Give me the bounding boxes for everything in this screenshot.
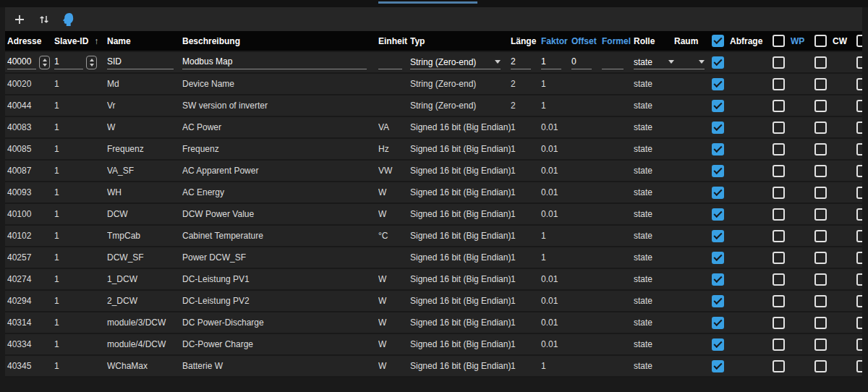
cw2-checkbox[interactable] bbox=[856, 208, 862, 221]
stepper-down-icon[interactable] bbox=[43, 64, 47, 67]
cw2-checkbox[interactable] bbox=[856, 360, 862, 372]
abfrage-checkbox[interactable] bbox=[712, 317, 724, 329]
offset-input[interactable] bbox=[571, 56, 592, 69]
column-header-slaveId[interactable]: Slave-ID↑ bbox=[54, 36, 107, 46]
stepper-up-icon[interactable] bbox=[43, 59, 47, 61]
column-header-formel[interactable]: Formel bbox=[602, 36, 634, 46]
add-row-button[interactable] bbox=[10, 10, 29, 29]
cw2-checkbox[interactable] bbox=[856, 338, 862, 351]
wp-checkbox[interactable] bbox=[773, 187, 785, 199]
abfrage-checkbox[interactable] bbox=[712, 122, 724, 134]
wp-checkbox[interactable] bbox=[773, 100, 785, 112]
cw2-checkbox[interactable] bbox=[856, 187, 862, 199]
raum-select[interactable] bbox=[674, 56, 705, 69]
abfrage-checkbox[interactable] bbox=[712, 56, 724, 69]
wp-checkbox[interactable] bbox=[773, 295, 785, 307]
column-header-wp[interactable]: WP bbox=[773, 35, 814, 47]
column-header-adresse[interactable]: Adresse bbox=[7, 36, 54, 46]
wp-checkbox[interactable] bbox=[773, 360, 785, 372]
cw-checkbox[interactable] bbox=[814, 122, 827, 134]
cw-checkbox[interactable] bbox=[814, 317, 827, 329]
adresse-input[interactable] bbox=[7, 56, 36, 69]
wp-header-checkbox[interactable] bbox=[773, 35, 785, 47]
cw2-checkbox[interactable] bbox=[856, 78, 862, 90]
column-header-faktor[interactable]: Faktor bbox=[541, 36, 571, 46]
cw2-checkbox[interactable] bbox=[856, 56, 862, 69]
adresse-stepper[interactable] bbox=[39, 56, 50, 69]
slaveId-input[interactable] bbox=[54, 56, 83, 69]
abfrage-checkbox[interactable] bbox=[712, 143, 724, 155]
abfrage-checkbox[interactable] bbox=[712, 165, 724, 177]
cw2-checkbox[interactable] bbox=[856, 230, 862, 242]
abfrage-checkbox[interactable] bbox=[712, 295, 724, 307]
wp-checkbox[interactable] bbox=[773, 56, 785, 69]
cw2-checkbox[interactable] bbox=[856, 273, 862, 286]
rolle-select[interactable]: state bbox=[634, 56, 674, 69]
formel-input[interactable] bbox=[602, 56, 624, 69]
cw2-checkbox[interactable] bbox=[856, 100, 862, 112]
wp-checkbox[interactable] bbox=[773, 252, 785, 264]
cw2-checkbox[interactable] bbox=[856, 317, 862, 329]
wp-checkbox[interactable] bbox=[773, 338, 785, 351]
cw-checkbox[interactable] bbox=[814, 100, 827, 112]
column-header-abfrage[interactable]: Abfrage bbox=[712, 35, 773, 47]
name-input[interactable] bbox=[107, 56, 174, 69]
abfrage-checkbox[interactable] bbox=[712, 360, 724, 372]
cw-checkbox[interactable] bbox=[814, 187, 827, 199]
cw2-checkbox[interactable] bbox=[856, 122, 862, 134]
column-header-cw2[interactable] bbox=[856, 35, 862, 47]
abfrage-checkbox[interactable] bbox=[712, 252, 724, 264]
column-header-name[interactable]: Name bbox=[107, 36, 182, 46]
abfrage-header-checkbox[interactable] bbox=[712, 35, 724, 47]
cw-checkbox[interactable] bbox=[814, 295, 827, 307]
column-header-typ[interactable]: Typ bbox=[410, 36, 511, 46]
abfrage-checkbox[interactable] bbox=[712, 78, 724, 90]
stepper-down-icon[interactable] bbox=[90, 64, 94, 67]
slaveId-stepper[interactable] bbox=[86, 56, 97, 69]
wp-checkbox[interactable] bbox=[773, 273, 785, 286]
laenge-input[interactable] bbox=[511, 56, 531, 69]
cw-checkbox[interactable] bbox=[814, 338, 827, 351]
abfrage-checkbox[interactable] bbox=[712, 100, 724, 112]
column-header-cw[interactable]: CW bbox=[814, 35, 856, 47]
cw-checkbox[interactable] bbox=[814, 230, 827, 242]
cw-checkbox[interactable] bbox=[814, 78, 827, 90]
expert-mode-button[interactable] bbox=[59, 10, 78, 29]
column-header-raum[interactable]: Raum bbox=[674, 36, 712, 46]
cw-checkbox[interactable] bbox=[814, 143, 827, 155]
cw-checkbox[interactable] bbox=[814, 252, 827, 264]
cw-checkbox[interactable] bbox=[814, 273, 827, 286]
column-header-einheit[interactable]: Einheit bbox=[378, 36, 410, 46]
cw2-checkbox[interactable] bbox=[856, 252, 862, 264]
cw2-checkbox[interactable] bbox=[856, 143, 862, 155]
abfrage-checkbox[interactable] bbox=[712, 338, 724, 351]
cw2-checkbox[interactable] bbox=[856, 165, 862, 177]
column-header-offset[interactable]: Offset bbox=[571, 36, 602, 46]
cw2-checkbox[interactable] bbox=[856, 295, 862, 307]
cw-checkbox[interactable] bbox=[814, 56, 827, 69]
abfrage-checkbox[interactable] bbox=[712, 273, 724, 286]
sort-button[interactable] bbox=[35, 10, 54, 29]
column-header-rolle[interactable]: Rolle bbox=[634, 36, 674, 46]
abfrage-checkbox[interactable] bbox=[712, 208, 724, 221]
wp-checkbox[interactable] bbox=[773, 122, 785, 134]
cw-header-checkbox[interactable] bbox=[814, 35, 827, 47]
abfrage-checkbox[interactable] bbox=[712, 230, 724, 242]
wp-checkbox[interactable] bbox=[773, 317, 785, 329]
abfrage-checkbox[interactable] bbox=[712, 187, 724, 199]
cw-checkbox[interactable] bbox=[814, 165, 827, 177]
beschreibung-input[interactable] bbox=[182, 56, 367, 69]
wp-checkbox[interactable] bbox=[773, 165, 785, 177]
einheit-input[interactable] bbox=[378, 56, 402, 69]
faktor-input[interactable] bbox=[541, 56, 561, 69]
cw-checkbox[interactable] bbox=[814, 360, 827, 372]
wp-checkbox[interactable] bbox=[773, 143, 785, 155]
stepper-up-icon[interactable] bbox=[90, 59, 94, 61]
column-header-laenge[interactable]: Länge bbox=[511, 36, 541, 46]
column-header-beschreibung[interactable]: Beschreibung bbox=[182, 36, 378, 46]
wp-checkbox[interactable] bbox=[773, 78, 785, 90]
wp-checkbox[interactable] bbox=[773, 230, 785, 242]
wp-checkbox[interactable] bbox=[773, 208, 785, 221]
typ-select[interactable]: String (Zero-end) bbox=[410, 56, 501, 69]
cw2-header-checkbox[interactable] bbox=[856, 35, 862, 47]
